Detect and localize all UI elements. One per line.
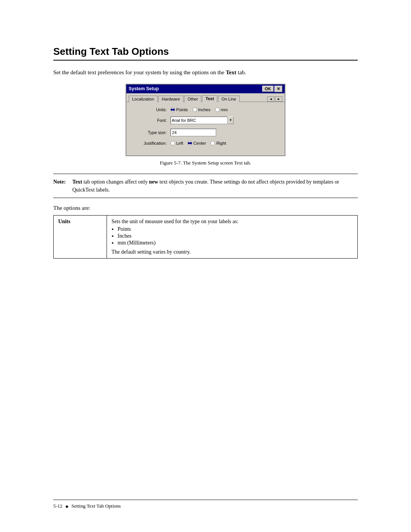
just-left-radio[interactable] bbox=[170, 141, 175, 145]
note-block: Note: Text tab option changes affect onl… bbox=[53, 174, 358, 198]
units-points-label: Points bbox=[176, 107, 188, 112]
tab-other[interactable]: Other bbox=[184, 96, 202, 102]
font-label: Font: bbox=[132, 118, 167, 123]
dialog-title-buttons: OK ✕ bbox=[262, 86, 283, 92]
figure-caption: Figure 5-7. The System Setup screen Text… bbox=[53, 160, 358, 166]
tab-online[interactable]: On Line bbox=[218, 96, 240, 102]
note-content: Text tab option changes affect only new … bbox=[72, 178, 358, 194]
just-center-radio[interactable] bbox=[188, 141, 192, 145]
dialog-body: Units: Points Inches mm bbox=[126, 102, 285, 155]
units-row: Units: Points Inches mm bbox=[132, 107, 279, 112]
units-desc: Sets the unit of measure used for the ty… bbox=[112, 219, 239, 224]
font-select[interactable]: Arial for BRC bbox=[170, 117, 228, 124]
units-mm-radio[interactable] bbox=[215, 107, 220, 112]
tab-text[interactable]: Text bbox=[202, 95, 217, 102]
footer-page-number: 5-12 bbox=[53, 503, 62, 509]
units-radio-group: Points Inches mm bbox=[170, 107, 228, 112]
tab-nav: ◄ ► bbox=[267, 96, 282, 102]
units-cell-content: Sets the unit of measure used for the ty… bbox=[107, 215, 358, 258]
system-setup-dialog: System Setup OK ✕ Localization Hardware … bbox=[126, 84, 285, 156]
units-mm-option[interactable]: mm bbox=[215, 107, 228, 112]
list-item: mm (Millimeters) bbox=[118, 240, 353, 246]
just-right-radio[interactable] bbox=[210, 141, 215, 145]
note-bold: Text bbox=[72, 179, 82, 185]
units-mm-label: mm bbox=[221, 107, 228, 112]
just-right-label: Right bbox=[216, 141, 226, 145]
units-footer: The default setting varies by country. bbox=[112, 249, 191, 255]
dialog-title: System Setup bbox=[129, 86, 159, 91]
units-points-radio[interactable] bbox=[170, 107, 175, 112]
justification-row: Justification: Left Center Right bbox=[132, 141, 279, 145]
close-button[interactable]: ✕ bbox=[274, 86, 282, 92]
units-inches-radio[interactable] bbox=[193, 107, 197, 112]
units-points-option[interactable]: Points bbox=[170, 107, 188, 112]
units-label: Units: bbox=[132, 107, 167, 112]
just-left-label: Left bbox=[176, 141, 183, 145]
just-center-option[interactable]: Center bbox=[188, 141, 206, 145]
just-left-option[interactable]: Left bbox=[170, 141, 183, 145]
tab-left-arrow[interactable]: ◄ bbox=[267, 96, 274, 102]
units-cell-header: Units bbox=[54, 215, 107, 258]
units-inches-label: Inches bbox=[198, 107, 210, 112]
just-right-option[interactable]: Right bbox=[210, 141, 226, 145]
ok-button[interactable]: OK bbox=[262, 86, 274, 92]
dialog-titlebar: System Setup OK ✕ bbox=[126, 85, 285, 93]
font-value: Arial for BRC bbox=[172, 118, 196, 123]
footer-title: Setting Text Tab Options bbox=[72, 503, 121, 509]
font-row: Font: Arial for BRC ▼ bbox=[132, 117, 279, 124]
footer-diamond: ◆ bbox=[65, 504, 68, 508]
page-footer: 5-12 ◆ Setting Text Tab Options bbox=[53, 500, 358, 509]
table-row: Units Sets the unit of measure used for … bbox=[54, 215, 358, 258]
font-dropdown-btn[interactable]: ▼ bbox=[228, 117, 234, 124]
dialog-tabs: Localization Hardware Other Text On Line… bbox=[126, 93, 285, 102]
note-bold2: new bbox=[149, 179, 158, 185]
options-table: Units Sets the unit of measure used for … bbox=[53, 215, 358, 259]
just-center-label: Center bbox=[193, 141, 206, 145]
tab-right-arrow[interactable]: ► bbox=[275, 96, 282, 102]
tab-localization[interactable]: Localization bbox=[129, 96, 158, 102]
typesize-label: Type size: bbox=[132, 130, 167, 135]
units-list: Points Inches mm (Millimeters) bbox=[118, 226, 353, 246]
typesize-input[interactable]: 24 bbox=[170, 129, 216, 136]
typesize-row: Type size: 24 bbox=[132, 129, 279, 136]
list-item: Points bbox=[118, 226, 353, 232]
font-select-wrapper: Arial for BRC ▼ bbox=[170, 117, 234, 124]
section-heading: Setting Text Tab Options bbox=[53, 46, 358, 61]
tab-hardware[interactable]: Hardware bbox=[158, 96, 183, 102]
justification-radio-group: Left Center Right bbox=[170, 141, 226, 145]
options-label: The options are: bbox=[53, 205, 358, 211]
intro-paragraph: Set the default text preferences for you… bbox=[53, 68, 358, 77]
justification-label: Justification: bbox=[132, 141, 167, 145]
list-item: Inches bbox=[118, 233, 353, 239]
units-inches-option[interactable]: Inches bbox=[193, 107, 210, 112]
note-label: Note: bbox=[53, 178, 69, 194]
